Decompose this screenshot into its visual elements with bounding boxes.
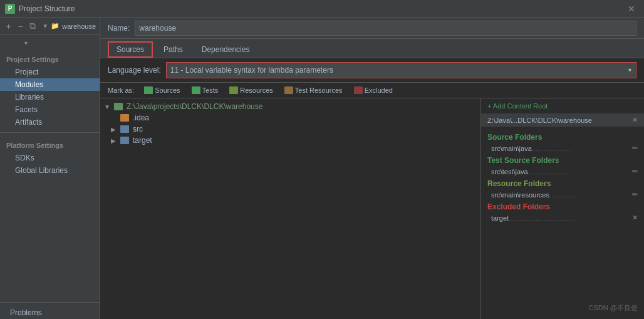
sidebar-item-facets[interactable]: Facets — [0, 103, 100, 116]
source-folder-edit[interactable]: ✏ — [632, 144, 638, 152]
sources-folder-icon — [144, 86, 153, 94]
excluded-folder-icon — [354, 86, 363, 94]
module-spring-item[interactable]: ▼ — [0, 38, 100, 48]
sidebar-project-label: Project — [15, 68, 38, 76]
watermark: CSDN @不良使 — [589, 303, 638, 313]
sidebar-artifacts-label: Artifacts — [15, 118, 42, 127]
sidebar-item-sdks[interactable]: SDKs — [0, 152, 100, 164]
tree-item-src[interactable]: ▶ src — [100, 123, 480, 135]
name-label: Name: — [108, 24, 130, 33]
right-panel: + Add Content Root Z:\Java\...DLCK\DLCK\… — [481, 98, 644, 319]
mark-resources-button[interactable]: Resources — [226, 85, 277, 95]
add-content-root-button[interactable]: + Add Content Root — [487, 102, 548, 110]
test-resources-folder-icon — [284, 86, 293, 94]
toggle-warehouse-root: ▼ — [103, 103, 112, 110]
project-settings-label: Project Settings — [0, 51, 100, 66]
source-folder-path: src\main\java..................... ✏ — [481, 143, 644, 154]
tree-item-warehouse-root[interactable]: ▼ Z:\Java\projects\DLCK\DLCK\warehouse — [100, 101, 480, 112]
tests-folder-icon — [192, 86, 200, 94]
mark-tests-button[interactable]: Tests — [188, 85, 222, 95]
mark-excluded-button[interactable]: Excluded — [350, 85, 397, 95]
tabs-bar: Sources Paths Dependencies — [100, 39, 644, 58]
excluded-folder-remove[interactable]: ✕ — [632, 214, 638, 222]
test-source-folder-edit[interactable]: ✏ — [632, 167, 638, 175]
add-button[interactable]: + — [4, 21, 13, 32]
mark-as-label: Mark as: — [108, 86, 134, 94]
warehouse-folder-icon — [114, 103, 123, 110]
idea-folder-icon — [120, 114, 129, 122]
excluded-dots: ................................... — [509, 214, 576, 222]
source-folder-path-label: src\main\java..................... — [491, 145, 572, 152]
file-tree: ▼ Z:\Java\projects\DLCK\DLCK\warehouse .… — [100, 98, 481, 319]
module-name-tree: warehouse — [62, 23, 96, 30]
mark-test-resources-label: Test Resources — [295, 86, 343, 94]
sidebar-item-libraries[interactable]: Libraries — [0, 91, 100, 103]
tree-label-idea: .idea — [133, 113, 149, 122]
sidebar: + − ⧉ ▼ 📁 warehouse ▼ Project Settings P… — [0, 18, 100, 319]
tree-label-target: target — [133, 136, 152, 145]
test-source-folders-header: Test Source Folders — [481, 154, 644, 166]
sidebar-facets-label: Facets — [15, 105, 38, 114]
toggle-src: ▶ — [109, 126, 118, 133]
tree-item-target[interactable]: ▶ target — [100, 135, 480, 146]
split-view: ▼ Z:\Java\projects\DLCK\DLCK\warehouse .… — [100, 98, 644, 319]
copy-button[interactable]: ⧉ — [28, 21, 37, 32]
sidebar-item-modules[interactable]: Modules — [0, 78, 100, 91]
source-dots: ..................... — [532, 145, 572, 152]
mark-sources-button[interactable]: Sources — [140, 85, 184, 95]
excluded-folders-header: Excluded Folders — [481, 200, 644, 212]
sidebar-toolbar: + − ⧉ ▼ 📁 warehouse — [0, 18, 100, 35]
mark-sources-label: Sources — [155, 86, 180, 94]
language-level-label: Language level: — [108, 66, 161, 75]
language-level-select[interactable]: 11 - Local variable syntax for lambda pa… — [166, 62, 636, 78]
mark-resources-label: Resources — [240, 86, 273, 94]
app-icon: P — [5, 4, 15, 14]
sidebar-item-problems[interactable]: Problems — [0, 306, 100, 319]
language-level-select-wrap: 11 - Local variable syntax for lambda pa… — [166, 62, 636, 78]
platform-settings-label: Platform Settings — [0, 137, 100, 152]
test-source-folder-path-label: src\test\java...................... — [491, 168, 570, 175]
remove-button[interactable]: − — [16, 21, 25, 32]
tree-label-src: src — [133, 125, 143, 133]
src-folder-icon — [120, 125, 129, 133]
test-source-folder-path: src\test\java...................... ✏ — [481, 166, 644, 177]
sidebar-problems-label: Problems — [10, 308, 42, 317]
tree-item-idea[interactable]: .idea — [100, 112, 480, 123]
excluded-folder-path-label: target..................................… — [491, 214, 576, 222]
close-button[interactable]: ✕ — [624, 3, 639, 15]
resource-folder-edit[interactable]: ✏ — [632, 191, 638, 199]
name-bar: Name: — [100, 18, 644, 39]
resource-dots: ............... — [549, 191, 578, 199]
remove-content-root-button[interactable]: ✕ — [632, 116, 638, 124]
title-bar-left: P Project Structure — [5, 4, 75, 14]
tab-dependencies[interactable]: Dependencies — [194, 42, 258, 57]
sidebar-modules-label: Modules — [15, 80, 43, 89]
sidebar-item-global-libraries[interactable]: Global Libraries — [0, 164, 100, 177]
target-folder-icon — [120, 137, 129, 144]
sidebar-libraries-label: Libraries — [15, 93, 44, 102]
tab-paths[interactable]: Paths — [155, 42, 191, 57]
language-level-bar: Language level: 11 - Local variable synt… — [100, 58, 644, 83]
sidebar-item-project[interactable]: Project — [0, 66, 100, 78]
content-area: Name: Sources Paths Dependencies Languag… — [100, 18, 644, 319]
sidebar-item-artifacts[interactable]: Artifacts — [0, 116, 100, 128]
tree-label-warehouse-root: Z:\Java\projects\DLCK\DLCK\warehouse — [127, 102, 262, 111]
excluded-folder-path: target..................................… — [481, 212, 644, 223]
resource-folder-path-label: src\main\resources............... — [491, 191, 578, 199]
title-bar: P Project Structure ✕ — [0, 0, 644, 18]
content-root-path-label: Z:\Java\...DLCK\DLCK\warehouse — [487, 117, 592, 124]
toggle-target: ▶ — [109, 137, 118, 144]
resource-folder-path: src\main\resources............... ✏ — [481, 189, 644, 200]
mark-test-resources-button[interactable]: Test Resources — [281, 85, 346, 95]
sidebar-sdks-label: SDKs — [15, 154, 34, 162]
main-layout: + − ⧉ ▼ 📁 warehouse ▼ Project Settings P… — [0, 18, 644, 319]
module-name-input[interactable] — [135, 21, 636, 36]
mark-excluded-label: Excluded — [365, 86, 393, 94]
mark-as-bar: Mark as: Sources Tests Resources Test Re… — [100, 83, 644, 98]
mark-tests-label: Tests — [202, 86, 219, 94]
test-source-dots: ...................... — [528, 168, 570, 175]
source-folders-header: Source Folders — [481, 130, 644, 143]
right-panel-header: + Add Content Root — [481, 98, 644, 113]
tab-sources[interactable]: Sources — [108, 41, 153, 58]
sidebar-global-libraries-label: Global Libraries — [15, 166, 68, 175]
